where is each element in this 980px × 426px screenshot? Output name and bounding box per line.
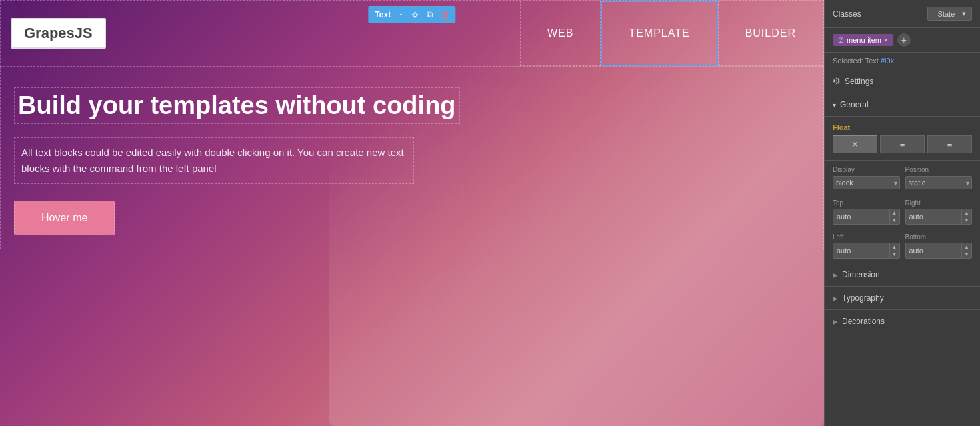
top-right-row: Top ▲ ▼ Right ▲ ▼ (825, 195, 980, 229)
element-toolbar: Text ↑ ✥ ⧉ 🗑 (368, 6, 455, 23)
right-input-row: ▲ ▼ (905, 209, 973, 225)
general-label: General (840, 100, 869, 109)
display-select-wrapper: block inline inline-block flex none (833, 176, 900, 189)
right-label: Right (905, 199, 973, 207)
decorations-section: ▶ Decorations (825, 310, 980, 333)
left-increment-button[interactable]: ▲ (890, 243, 899, 251)
float-none-button[interactable]: ✕ (833, 135, 877, 153)
bottom-decrement-button[interactable]: ▼ (962, 251, 971, 258)
typography-header[interactable]: ▶ Typography (825, 287, 980, 309)
selected-info: Selected: Text #l0k (825, 53, 980, 69)
logo-text: GrapesJS (24, 25, 93, 41)
nav-link-template[interactable]: TEMPLATE (601, 1, 717, 66)
display-group: Display block inline inline-block flex n… (833, 166, 900, 189)
left-label: Left (833, 233, 900, 241)
typography-label: Typography (842, 293, 884, 303)
toolbar-element-label: Text (372, 10, 393, 19)
position-select-wrapper: static relative absolute fixed (905, 176, 973, 189)
right-input[interactable] (906, 211, 962, 223)
canvas-content: Text ↑ ✥ ⧉ 🗑 GrapesJS WEB TEMPLATE BUILD… (0, 0, 824, 426)
left-decrement-button[interactable]: ▼ (890, 251, 899, 258)
top-spinners: ▲ ▼ (889, 209, 899, 224)
general-section-header[interactable]: ▾ General (825, 93, 980, 117)
left-bottom-row: Left ▲ ▼ Bottom ▲ ▼ (825, 229, 980, 263)
top-increment-button[interactable]: ▲ (890, 209, 899, 217)
state-chevron-icon: ▾ (962, 9, 966, 18)
float-left-button[interactable]: ≡ (880, 135, 925, 153)
settings-section-header[interactable]: ⚙ Settings (825, 69, 980, 93)
dimension-header[interactable]: ▶ Dimension (825, 263, 980, 286)
toolbar-copy-button[interactable]: ⧉ (424, 8, 435, 21)
left-input[interactable] (833, 245, 889, 257)
toolbar-move-up-button[interactable]: ↑ (396, 9, 406, 21)
toolbar-delete-button[interactable]: 🗑 (438, 9, 452, 21)
right-spinners: ▲ ▼ (961, 209, 971, 224)
selected-id: #l0k (881, 57, 894, 65)
left-input-row: ▲ ▼ (833, 243, 900, 259)
decorations-label: Decorations (842, 317, 885, 326)
dimension-arrow-icon: ▶ (833, 271, 838, 279)
right-panel: Classes - State - ▾ ☑ menu-item × + Sele… (824, 0, 980, 426)
right-increment-button[interactable]: ▲ (962, 209, 971, 217)
selected-label: Selected: Text (833, 57, 879, 65)
left-group: Left ▲ ▼ (833, 233, 900, 259)
nav-bar: Text ↑ ✥ ⧉ 🗑 GrapesJS WEB TEMPLATE BUILD… (0, 0, 824, 67)
settings-label: Settings (845, 77, 873, 86)
position-group: Position static relative absolute fixed (905, 166, 973, 189)
class-badge-menu-item: ☑ menu-item × (833, 34, 893, 46)
canvas-area: Text ↑ ✥ ⧉ 🗑 GrapesJS WEB TEMPLATE BUILD… (0, 0, 824, 426)
classes-row: ☑ menu-item × + (825, 28, 980, 53)
hero-section: Build your templates without coding All … (0, 67, 824, 249)
position-label: Position (905, 166, 973, 173)
decorations-arrow-icon: ▶ (833, 318, 838, 325)
panel-header: Classes - State - ▾ (825, 0, 980, 28)
add-class-button[interactable]: + (897, 33, 911, 47)
typography-section: ▶ Typography (825, 287, 980, 310)
settings-gear-icon: ⚙ (833, 76, 841, 86)
state-label: - State - (933, 10, 959, 18)
toolbar-move-button[interactable]: ✥ (409, 9, 421, 21)
display-position-row: Display block inline inline-block flex n… (825, 161, 980, 195)
typography-arrow-icon: ▶ (833, 295, 838, 302)
bottom-input-row: ▲ ▼ (905, 243, 973, 259)
hover-button[interactable]: Hover me (14, 201, 115, 235)
hero-description[interactable]: All text blocks could be edited easily w… (14, 137, 414, 184)
position-select[interactable]: static relative absolute fixed (905, 176, 973, 189)
bottom-label: Bottom (905, 233, 973, 241)
class-badge-label: menu-item (847, 36, 881, 44)
dimension-section: ▶ Dimension (825, 263, 980, 287)
hero-title[interactable]: Build your templates without coding (14, 87, 460, 124)
dimension-label: Dimension (842, 270, 880, 279)
decorations-header[interactable]: ▶ Decorations (825, 310, 980, 333)
top-group: Top ▲ ▼ (833, 199, 900, 225)
top-input-row: ▲ ▼ (833, 209, 900, 225)
top-label: Top (833, 199, 900, 207)
right-group: Right ▲ ▼ (905, 199, 973, 225)
left-spinners: ▲ ▼ (889, 243, 899, 258)
display-label: Display (833, 166, 900, 173)
bottom-increment-button[interactable]: ▲ (962, 243, 971, 251)
classes-label: Classes (833, 9, 861, 19)
general-arrow-icon: ▾ (833, 101, 836, 109)
nav-links: WEB TEMPLATE BUILDER (520, 1, 823, 66)
display-select[interactable]: block inline inline-block flex none (833, 176, 900, 189)
nav-link-web[interactable]: WEB (520, 1, 601, 66)
class-badge-icon: ☑ (838, 37, 844, 44)
bottom-input[interactable] (906, 245, 962, 257)
top-decrement-button[interactable]: ▼ (890, 217, 899, 224)
class-remove-button[interactable]: × (884, 37, 888, 44)
float-section: Float ✕ ≡ ≡ (825, 117, 980, 161)
float-right-button[interactable]: ≡ (927, 135, 972, 153)
state-dropdown[interactable]: - State - ▾ (927, 7, 972, 21)
bottom-spinners: ▲ ▼ (961, 243, 971, 258)
logo-box: GrapesJS (11, 18, 106, 49)
top-input[interactable] (833, 211, 889, 223)
nav-link-builder[interactable]: BUILDER (718, 1, 823, 66)
right-decrement-button[interactable]: ▼ (962, 217, 971, 224)
bottom-group: Bottom ▲ ▼ (905, 233, 973, 259)
float-label: Float (833, 123, 972, 131)
float-buttons: ✕ ≡ ≡ (833, 135, 972, 153)
